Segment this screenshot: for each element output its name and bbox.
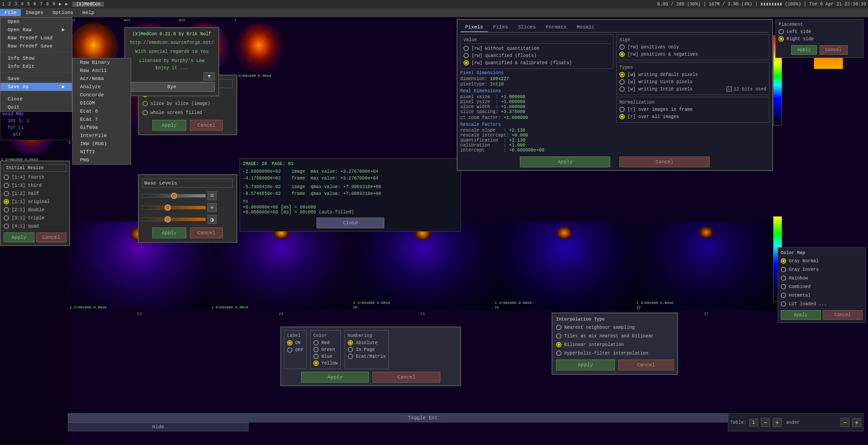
display-opt-3[interactable]: whole screen filled <box>142 110 233 115</box>
colormap-lut[interactable]: LUT loaded ... <box>781 301 863 307</box>
colormap-apply-button[interactable]: Apply <box>781 310 821 320</box>
norm-option-1[interactable]: [r] over images in frame <box>619 107 766 112</box>
menu-options[interactable]: Options <box>48 9 78 16</box>
resize-opt-31[interactable]: [3:1] triple <box>4 215 66 221</box>
placement-right[interactable]: Right side <box>778 36 860 42</box>
saveas-png[interactable]: PNG <box>73 156 131 164</box>
colormap-cancel-button[interactable]: Cancel <box>823 310 863 320</box>
interp-nearest[interactable]: Nearest neighbour sampling <box>556 325 674 330</box>
menu-quit[interactable]: Quit <box>0 103 72 111</box>
colormap-rainbow[interactable]: Rainbow <box>781 275 863 281</box>
menu-file[interactable]: File <box>0 9 21 16</box>
display-cancel-button[interactable]: Cancel <box>190 120 223 131</box>
menu-raw-predef-load[interactable]: Raw Predef Load <box>0 34 72 42</box>
numbering-inpage[interactable]: In Page <box>348 347 386 352</box>
pixels-apply-button[interactable]: Apply <box>520 156 610 167</box>
base-apply-button[interactable]: Apply <box>152 227 186 238</box>
checkbox-12bit[interactable] <box>726 86 732 92</box>
saveas-dicom[interactable]: DICOM <box>73 99 131 107</box>
tab-files[interactable]: Files <box>488 23 513 32</box>
menu-close[interactable]: Close <box>0 95 72 103</box>
color-green[interactable]: Green <box>313 347 338 352</box>
menu-open[interactable]: Open <box>0 18 72 26</box>
resize-opt-12[interactable]: [1:2] half <box>4 191 66 196</box>
slider-1-track[interactable] <box>142 194 206 198</box>
menu-info-edit[interactable]: Info Edit <box>0 62 72 71</box>
hide-button[interactable]: Hide <box>68 422 249 431</box>
interp-bilinear[interactable]: Bilinear interpolation <box>556 342 674 347</box>
slider-3-thumb[interactable] <box>165 216 171 222</box>
resize-apply-button[interactable]: Apply <box>4 232 34 242</box>
types-option-1[interactable]: [w] writing default pixels <box>619 72 766 77</box>
slider-2-track[interactable] <box>142 206 206 209</box>
tab-formats[interactable]: Formats <box>541 23 571 32</box>
interp-hyperbolic[interactable]: Hyperbolic-filter interpolation <box>556 350 674 356</box>
slider-3-track[interactable] <box>142 218 206 221</box>
slider-2-btn[interactable]: ☀ <box>208 203 217 212</box>
resize-opt-14[interactable]: [1:4] fourth <box>4 175 66 180</box>
saveas-interfile[interactable]: InterFile <box>73 132 131 140</box>
placement-left[interactable]: Left side <box>778 29 860 34</box>
label-off[interactable]: OFF <box>287 347 303 353</box>
base-cancel-button[interactable]: Cancel <box>190 227 223 238</box>
menu-raw-predef-save[interactable]: Raw Predef Save <box>0 42 72 50</box>
saveas-nifti[interactable]: NIfTI <box>73 148 131 156</box>
colormap-combined[interactable]: Combined <box>781 284 863 289</box>
render-plus[interactable]: + <box>852 418 861 427</box>
menu-images[interactable]: Images <box>21 9 48 16</box>
table-plus-button[interactable]: + <box>773 418 782 427</box>
render-minus[interactable]: − <box>840 418 849 427</box>
types-option-2[interactable]: [w] writing Uint8 pixels <box>619 79 766 85</box>
color-yellow[interactable]: Yellow <box>313 360 338 366</box>
placement-cancel-button[interactable]: Cancel <box>820 45 848 55</box>
slider-1-thumb[interactable] <box>171 193 177 199</box>
label-on[interactable]: ON <box>287 340 303 346</box>
color-red[interactable]: Red <box>313 340 338 346</box>
pixels-cancel-button[interactable]: Cancel <box>619 156 710 167</box>
numbering-absolute[interactable]: Absolute <box>348 340 386 346</box>
label-cancel-button[interactable]: Cancel <box>373 372 440 383</box>
sign-option-1[interactable]: [rw] positives only <box>619 44 766 50</box>
slider-2-thumb[interactable] <box>165 204 171 211</box>
bye-button[interactable]: Bye <box>129 82 215 92</box>
display-opt-2[interactable]: slice by slice (image) <box>142 101 233 106</box>
table-value[interactable]: 1 <box>749 419 758 426</box>
toggle-ent-button[interactable]: Toggle Ent <box>68 413 778 422</box>
resize-opt-13[interactable]: [1:3] third <box>4 183 66 188</box>
value-option-3[interactable]: [rw] quantified & calibrated (floats) <box>463 60 610 66</box>
menu-help[interactable]: Help <box>78 9 99 16</box>
menu-info-show[interactable]: Info Show <box>0 54 72 62</box>
menu-open-raw[interactable]: Open Raw► <box>0 26 72 34</box>
colormap-gray-normal[interactable]: Gray Normal <box>781 258 863 264</box>
resize-cancel-button[interactable]: Cancel <box>36 232 67 242</box>
menu-save-as[interactable]: Save As► <box>0 83 72 91</box>
resize-opt-21[interactable]: [2:1] double <box>4 207 66 213</box>
bye-dropdown[interactable]: ▼ <box>129 74 215 79</box>
menu-save[interactable]: Save <box>0 75 72 83</box>
tab-mosaic[interactable]: Mosaic <box>571 23 599 32</box>
resize-opt-11[interactable]: [1:1] original <box>4 199 66 204</box>
saveas-analyze[interactable]: Analyze <box>73 83 131 91</box>
saveas-raw-ascii[interactable]: Raw Ascii <box>73 66 131 75</box>
saveas-raw-binary[interactable]: Raw Binary <box>73 58 131 66</box>
colormap-hotmetal[interactable]: Hotmetal <box>781 293 863 298</box>
types-option-3[interactable]: [w] writing Int16 pixels 12 bits used <box>619 86 766 92</box>
tab-pixels[interactable]: Pixels <box>460 23 488 32</box>
table-minus-button[interactable]: − <box>761 418 770 427</box>
numbering-ecat[interactable]: Ecat/Matrix <box>348 354 386 359</box>
placement-apply-button[interactable]: Apply <box>791 45 816 55</box>
saveas-concorde[interactable]: Concorde <box>73 91 131 99</box>
color-blue[interactable]: Blue <box>313 354 338 359</box>
sign-option-2[interactable]: [rw] positives & negatives <box>619 52 766 57</box>
interp-apply-button[interactable]: Apply <box>556 360 615 370</box>
display-apply-button[interactable]: Apply <box>152 120 186 131</box>
saveas-inw[interactable]: INW (RUG) <box>73 140 131 148</box>
saveas-acr-nema[interactable]: Acr/Nema <box>73 75 131 83</box>
norm-option-2[interactable]: [r] over all images <box>619 114 766 119</box>
interp-tiles[interactable]: Tiles as mix nearest and bilinear <box>556 333 674 339</box>
saveas-ecat6[interactable]: Ecat 6 <box>73 107 131 115</box>
label-apply-button[interactable]: Apply <box>301 372 369 383</box>
interp-cancel-button[interactable]: Cancel <box>618 360 674 370</box>
slider-1-btn[interactable]: ≡ <box>208 191 217 200</box>
value-option-2[interactable]: [rw] quantified (floats) <box>463 53 610 58</box>
